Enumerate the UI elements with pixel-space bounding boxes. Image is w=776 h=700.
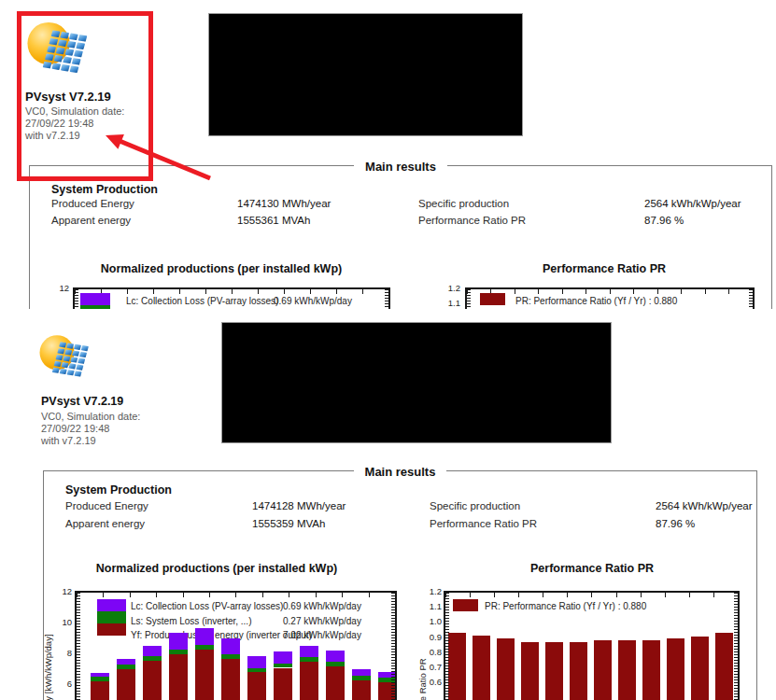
produced-energy-value: 1474128 MWh/year [252,500,346,511]
y-axis-minor-ticks [445,593,449,700]
main-results-title: Main results [44,463,756,480]
apparent-energy-label: Apparent energy [65,518,145,529]
chart-title-pr: Performance Ratio PR [530,562,654,575]
app-version: PVsyst V7.2.19 [41,395,123,408]
y-tick-label: 1.0 [418,616,442,626]
chart-frame [73,287,390,309]
produced-energy-label: Produced Energy [65,500,148,511]
meta-line: 27/09/22 19:48 [41,423,109,435]
x-axis-major-ticks [445,593,738,597]
redacted-project-block [221,322,612,443]
meta-line: with v7.2.19 [41,435,96,447]
y-tick-label: 1.1 [418,601,442,611]
y-tick-label: 1.2 [418,586,442,596]
legend-swatch-ls [80,305,110,309]
chart-title-normalized: Normalized productions (per installed kW… [96,562,337,575]
meta-line: VC0, Simulation date: [41,411,140,423]
legend-swatch-yf [97,623,126,636]
y-tick-label: 12 [51,586,72,596]
y-axis-minor-ticks [77,593,80,700]
x-axis-major-ticks [75,289,388,294]
chart-title-normalized: Normalized productions (per installed kW… [101,262,342,275]
legend-swatch-pr [453,599,478,611]
y-axis-label-normalized: gy [kWh/kWp/day] [43,634,53,700]
chart-frame [444,591,740,700]
y-axis-minor-ticks [734,593,738,700]
highlight-rectangle [17,11,153,181]
report-top: PVsyst V7.2.19 VC0, Simulation date: 27/… [0,0,776,309]
performance-ratio-value: 87.96 % [644,215,684,226]
specific-production-label: Specific production [430,500,520,511]
x-axis-major-ticks [77,593,395,597]
legend-swatch-ls [97,611,126,623]
pvsyst-logo-icon [35,332,95,392]
chart-title-pr: Performance Ratio PR [543,262,666,275]
y-tick-label: 0.9 [418,632,442,642]
legend-swatch-pr [480,293,505,305]
x-axis-major-ticks [467,289,753,294]
y-tick-label: 6 [51,679,72,689]
legend-swatch-lc [80,293,110,305]
screenshot-canvas: PVsyst V7.2.19 VC0, Simulation date: 27/… [0,0,776,700]
y-tick-label: 12 [49,283,69,293]
y-tick-label: 0.8 [418,647,442,657]
system-production-heading: System Production [51,183,158,196]
performance-ratio-label: Performance Ratio PR [418,215,526,226]
y-tick-label: 10 [51,617,72,627]
specific-production-label: Specific production [418,198,509,209]
y-tick-label: 8 [51,648,72,658]
produced-energy-value: 1474130 MWh/year [237,198,331,209]
report-bottom: PVsyst V7.2.19 VC0, Simulation date: 27/… [0,317,776,700]
chart-frame [465,287,755,309]
produced-energy-label: Produced Energy [51,198,134,209]
y-axis-label-pr: ce Ratio PR [417,658,428,700]
y-tick-label: 1.1 [437,298,460,308]
legend-swatch-lc [97,599,126,611]
specific-production-value: 2564 kWh/kWp/year [644,198,741,209]
y-axis-minor-ticks [391,593,395,700]
apparent-energy-value: 1555361 MVAh [237,215,310,226]
apparent-energy-value: 1555359 MVAh [252,518,325,529]
apparent-energy-label: Apparent energy [51,215,131,226]
specific-production-value: 2564 kWh/kWp/year [656,500,753,511]
redacted-project-block [208,13,523,136]
system-production-heading: System Production [65,483,172,497]
y-tick-label: 1.2 [437,283,460,293]
performance-ratio-value: 87.96 % [656,518,695,529]
performance-ratio-label: Performance Ratio PR [430,518,537,529]
